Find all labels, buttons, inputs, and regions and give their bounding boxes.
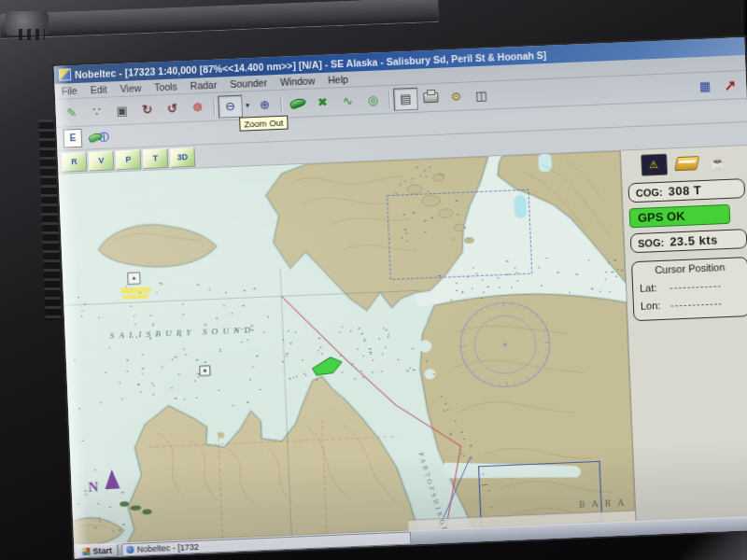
menu-item[interactable]: File xyxy=(55,85,84,97)
alarm-button[interactable]: ⚠ xyxy=(641,154,668,176)
chart-area[interactable]: N SALISBURY SOUND PARTOFSHIKOF BARA xyxy=(59,151,636,545)
draw-pen-button[interactable]: ✎ xyxy=(59,101,84,124)
nautical-chart[interactable]: N SALISBURY SOUND PARTOFSHIKOF BARA xyxy=(59,151,636,545)
sog-readout: SOG: 23.5 kts xyxy=(630,229,747,253)
start-button[interactable]: Start xyxy=(77,544,118,559)
gps-status-badge: GPS OK xyxy=(629,204,731,229)
mob-lifering-button[interactable]: ☸ xyxy=(185,96,210,119)
print-button[interactable] xyxy=(418,86,444,109)
rotate-ccw-button[interactable]: ↺ xyxy=(160,97,185,120)
cog-label: COG: xyxy=(636,187,663,199)
lat-value: ------------ xyxy=(669,279,722,292)
lon-label: Lon: xyxy=(641,300,665,312)
chart-type-topo-button[interactable]: T xyxy=(142,147,168,168)
red-arrow-button[interactable]: ↗ xyxy=(718,74,743,97)
crossed-arrows-button[interactable]: ✖ xyxy=(310,91,335,114)
zoom-in-button[interactable]: ⊕ xyxy=(252,93,277,117)
chart-note-marker[interactable] xyxy=(200,366,210,376)
events-button[interactable]: E xyxy=(60,127,85,150)
zoom-out-tooltip: Zoom Out xyxy=(239,116,289,132)
menu-item[interactable]: Window xyxy=(274,75,322,88)
sog-label: SOG: xyxy=(638,237,665,249)
instrument-panel: ⚠ ☕ COG: 308 T GPS OK SOG: 23.5 kts Curs… xyxy=(620,146,747,521)
split-view-button[interactable]: ◫ xyxy=(469,84,494,107)
app-icon xyxy=(59,68,72,81)
monitor-screen: Nobeltec - [17323 1:40,000 [87%<<14.400 … xyxy=(54,37,747,559)
toolbar-separator xyxy=(280,95,282,112)
cursor-position-box: Cursor Position Lat: ------------ Lon: -… xyxy=(631,257,747,321)
rotate-cw-button[interactable]: ↻ xyxy=(134,98,160,121)
toolbar-separator xyxy=(213,98,215,115)
center-vessel-button[interactable]: ◎ xyxy=(360,89,386,112)
cursor-position-title: Cursor Position xyxy=(639,260,740,276)
task-label: Nobeltec - [1732 xyxy=(137,542,199,554)
vessel-button[interactable] xyxy=(285,91,310,115)
boat-icon xyxy=(289,96,306,109)
sog-value: 23.5 kts xyxy=(669,232,718,248)
warning-icon: ⚠ xyxy=(649,159,658,171)
menu-item[interactable]: Help xyxy=(321,74,355,86)
zoom-dropdown-arrow[interactable]: ▾ xyxy=(243,95,252,116)
printer-icon xyxy=(423,92,438,104)
chart-type-3d-button[interactable]: 3D xyxy=(169,147,195,167)
screen-capture-button[interactable]: ▣ xyxy=(109,99,134,122)
chart-type-photo-button[interactable]: P xyxy=(115,149,141,170)
track-line-button[interactable]: ∿ xyxy=(335,90,360,113)
zoom-out-button[interactable]: ⊖ xyxy=(218,94,243,118)
menu-item[interactable]: View xyxy=(113,82,148,95)
menu-item[interactable]: Edit xyxy=(83,83,114,95)
tides-icon: ☕ xyxy=(710,154,726,170)
start-label: Start xyxy=(92,546,112,556)
monitor-top-edge xyxy=(0,0,439,39)
windows-flag-icon xyxy=(82,548,90,555)
app-task-icon xyxy=(126,546,134,553)
svg-text:N: N xyxy=(88,480,99,495)
monitor-logo xyxy=(6,11,49,35)
cog-value: 308 T xyxy=(668,183,701,198)
toolbar-separator xyxy=(388,91,390,107)
cog-readout: COG: 308 T xyxy=(627,178,745,203)
route-points-button[interactable]: ∵ xyxy=(84,100,109,123)
menu-item[interactable]: Sounder xyxy=(223,77,274,90)
lat-label: Lat: xyxy=(640,282,664,294)
tides-button[interactable]: ☕ xyxy=(706,152,731,173)
menu-item[interactable]: Radar xyxy=(184,78,224,91)
chart-view-button[interactable]: ▤ xyxy=(393,87,418,110)
lon-value: ------------ xyxy=(670,297,723,310)
events-doc-icon: E xyxy=(63,129,82,148)
logbook-icon xyxy=(674,156,699,171)
logbook-button[interactable] xyxy=(674,153,699,174)
settings-gears-button[interactable]: ⚙ xyxy=(444,85,469,108)
chart-type-raster-button[interactable]: R xyxy=(62,151,88,172)
menu-item[interactable]: Tools xyxy=(148,80,184,93)
checkered-flag-button[interactable]: ▦ xyxy=(693,75,718,98)
vessel-info-button[interactable]: ⓘ xyxy=(87,128,110,147)
chart-type-vector-button[interactable]: V xyxy=(88,150,114,171)
